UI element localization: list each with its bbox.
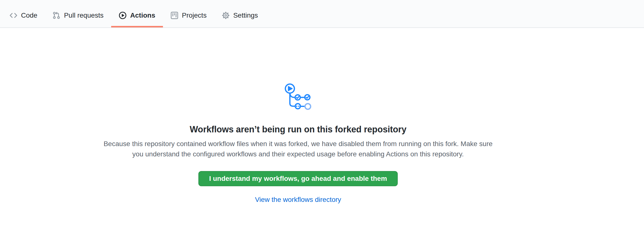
tab-projects[interactable]: Projects xyxy=(163,0,214,28)
play-icon xyxy=(119,12,126,19)
view-workflows-directory-link[interactable]: View the workflows directory xyxy=(255,195,341,204)
actions-disabled-page: Workflows aren’t being run on this forke… xyxy=(0,83,644,204)
gear-icon xyxy=(222,12,230,19)
tab-projects-label: Projects xyxy=(182,12,207,19)
description-text: Because this repository contained workfl… xyxy=(99,139,497,159)
repo-tab-navigation: Code Pull requests Actions xyxy=(0,0,644,28)
tab-pull-requests-label: Pull requests xyxy=(64,12,104,19)
workflow-icon xyxy=(284,83,312,111)
tab-settings[interactable]: Settings xyxy=(214,0,266,28)
enable-workflows-button[interactable]: I understand my workflows, go ahead and … xyxy=(198,171,398,186)
tab-actions[interactable]: Actions xyxy=(111,0,163,28)
tab-actions-label: Actions xyxy=(130,12,156,19)
code-icon xyxy=(10,12,17,19)
tab-code-label: Code xyxy=(21,12,38,19)
blankslate: Workflows aren’t being run on this forke… xyxy=(0,83,596,204)
tab-code[interactable]: Code xyxy=(2,0,45,28)
tab-settings-label: Settings xyxy=(233,12,258,19)
git-pull-request-icon xyxy=(52,12,60,19)
tab-pull-requests[interactable]: Pull requests xyxy=(45,0,111,28)
page-title: Workflows aren’t being run on this forke… xyxy=(0,124,596,135)
project-icon xyxy=(170,12,178,19)
